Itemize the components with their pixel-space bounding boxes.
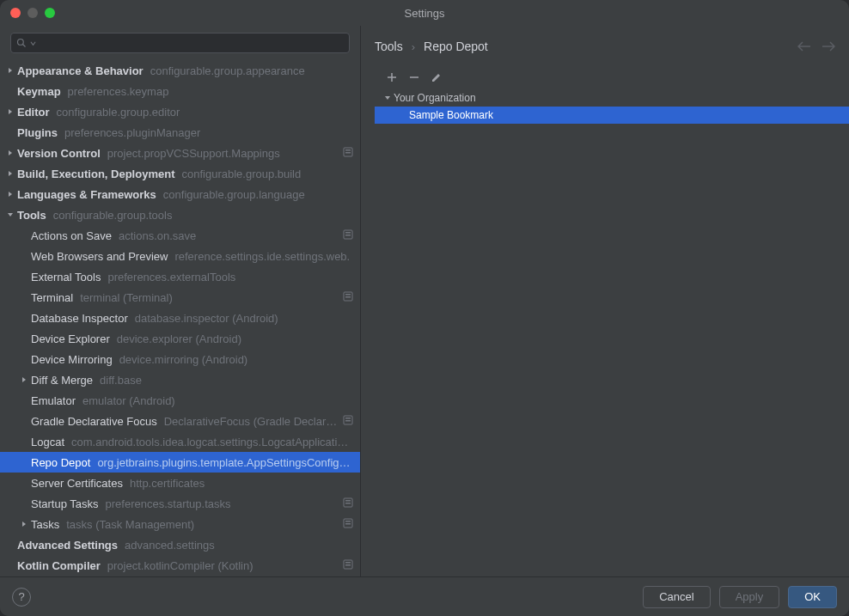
bookmark-item-row[interactable]: Sample Bookmark [375,107,849,124]
sidebar-item-hint: preferences.keymap [68,85,169,98]
sidebar-item-hint: database.inspector (Android) [135,312,278,325]
sidebar-item[interactable]: Web Browsers and Previewreference.settin… [0,246,360,266]
sidebar-item[interactable]: Languages & Frameworksconfigurable.group… [0,184,360,204]
sidebar-item-label: Repo Depot [31,456,90,469]
sidebar-item-label: Tools [17,209,46,222]
window-close-button[interactable] [10,8,21,18]
remove-button[interactable] [409,72,419,82]
chevron-right-icon [17,521,31,528]
sidebar-item-label: Device Mirroring [31,353,113,366]
sidebar-item-hint: org.jetbrains.plugins.template.AppSettin… [97,456,353,469]
breadcrumb-root[interactable]: Tools [375,40,403,53]
dialog-footer: ? Cancel Apply OK [0,576,849,616]
sidebar-item[interactable]: Keymappreferences.keymap [0,81,360,101]
svg-rect-15 [345,500,351,502]
sidebar-item-hint: http.certificates [130,477,205,490]
sidebar-item[interactable]: Toolsconfigurable.group.tools [0,204,360,225]
svg-rect-4 [345,152,351,154]
window-minimize-button[interactable] [27,8,38,18]
sidebar-item[interactable]: Logcatcom.android.tools.idea.logcat.sett… [0,431,360,452]
sidebar-item[interactable]: Device Mirroringdevice.mirroring (Androi… [0,349,360,369]
sidebar-item-label: Languages & Frameworks [17,188,156,201]
edit-button[interactable] [431,72,442,82]
sidebar-item-hint: project.kotlinCompiler (Kotlin) [107,559,253,572]
sidebar-item[interactable]: Terminalterminal (Terminal) [0,287,360,308]
breadcrumb-current: Repo Depot [424,40,488,53]
sidebar-item-label: Appearance & Behavior [17,64,144,77]
sidebar-item[interactable]: Startup Taskspreferences.startup.tasks [0,493,360,514]
project-badge-icon [343,147,353,160]
svg-point-0 [18,40,24,46]
sidebar-item-hint: emulator (Android) [82,394,175,407]
sidebar-item[interactable]: Advanced Settingsadvanced.settings [0,534,360,555]
sidebar-item-label: Actions on Save [31,229,112,242]
sidebar-item[interactable]: Device Explorerdevice.explorer (Android) [0,328,360,349]
sidebar-item[interactable]: External Toolspreferences.externalTools [0,266,360,287]
bookmark-group-row[interactable]: Your Organization [375,89,849,107]
svg-rect-12 [345,418,351,419]
project-badge-icon [343,415,353,428]
bookmark-group-label: Your Organization [394,92,476,104]
svg-rect-18 [345,521,351,522]
sidebar-item-hint: configurable.group.language [163,188,305,201]
pencil-icon [431,72,442,82]
project-badge-icon [343,497,353,510]
sidebar-item[interactable]: Pluginspreferences.pluginManager [0,122,360,143]
sidebar-item-hint: com.android.tools.idea.logcat.settings.L… [71,436,353,448]
sidebar-item[interactable]: Emulatoremulator (Android) [0,390,360,411]
search-input-container[interactable] [10,33,350,53]
add-button[interactable] [387,72,397,82]
sidebar-item[interactable]: Editorconfigurable.group.editor [0,101,360,122]
chevron-right-icon [17,376,31,383]
window-maximize-button[interactable] [45,8,55,18]
sidebar-item-label: Web Browsers and Preview [31,250,168,263]
sidebar-item-hint: configurable.group.tools [53,209,173,222]
cancel-button[interactable]: Cancel [643,586,710,608]
chevron-right-icon [3,191,17,198]
chevron-right-icon [3,170,17,177]
sidebar-item[interactable]: Appearance & Behaviorconfigurable.group.… [0,60,360,81]
sidebar-item-label: Startup Tasks [31,497,99,510]
sidebar-item-label: Tasks [31,518,59,531]
sidebar-item-hint: tasks (Task Management) [66,518,194,531]
nav-back-icon[interactable] [797,41,811,52]
apply-button: Apply [719,586,780,608]
chevron-right-icon [3,149,17,156]
chevron-right-icon [3,67,17,74]
sidebar-item[interactable]: Database Inspectordatabase.inspector (An… [0,308,360,328]
svg-rect-9 [345,294,351,296]
sidebar-item-label: Emulator [31,394,76,407]
settings-sidebar: Appearance & Behaviorconfigurable.group.… [0,26,361,576]
sidebar-item[interactable]: Taskstasks (Task Management) [0,514,360,534]
nav-forward-icon[interactable] [822,41,835,52]
sidebar-item-label: Device Explorer [31,332,110,345]
svg-rect-7 [345,235,351,236]
sidebar-item-hint: device.mirroring (Android) [119,353,248,366]
sidebar-item-hint: project.propVCSSupport.Mappings [107,147,280,160]
sidebar-item[interactable]: Repo Depotorg.jetbrains.plugins.template… [0,452,360,473]
sidebar-item[interactable]: Build, Execution, Deploymentconfigurable… [0,163,360,184]
project-badge-icon [343,229,353,242]
sidebar-item[interactable]: Gradle Declarative FocusDeclarativeFocus… [0,411,360,431]
settings-tree[interactable]: Appearance & Behaviorconfigurable.group.… [0,60,360,576]
help-button[interactable]: ? [12,588,31,607]
sidebar-item-hint: configurable.group.build [181,168,301,180]
sidebar-item-hint: actions.on.save [119,229,196,242]
window-title: Settings [405,7,445,20]
bookmarks-tree[interactable]: Your Organization Sample Bookmark [375,89,849,563]
chevron-right-icon [3,108,17,115]
sidebar-item-label: External Tools [31,271,101,284]
sidebar-item[interactable]: Actions on Saveactions.on.save [0,225,360,246]
sidebar-item[interactable]: Server Certificateshttp.certificates [0,473,360,493]
sidebar-item-label: Kotlin Compiler [17,559,101,572]
svg-rect-21 [345,562,351,564]
breadcrumb: Tools › Repo Depot [375,40,849,67]
sidebar-item[interactable]: Version Controlproject.propVCSSupport.Ma… [0,143,360,163]
sidebar-item-label: Plugins [17,126,58,139]
chevron-down-icon [384,95,391,101]
sidebar-item-hint: diff.base [100,374,142,387]
sidebar-item[interactable]: Diff & Mergediff.base [0,369,360,390]
search-input[interactable] [40,37,344,49]
sidebar-item[interactable]: Kotlin Compilerproject.kotlinCompiler (K… [0,555,360,576]
ok-button[interactable]: OK [788,586,837,608]
